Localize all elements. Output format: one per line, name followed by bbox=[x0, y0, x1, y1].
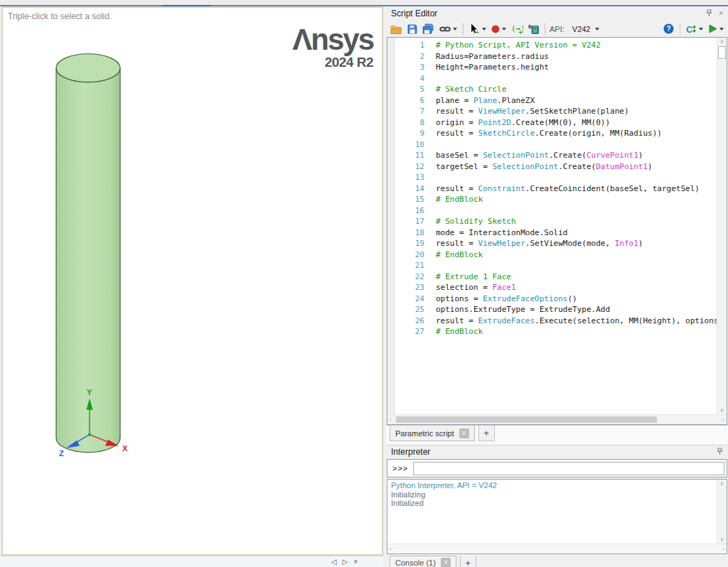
interpreter-output-box[interactable]: Python Interpreter, API = V242Initializi… bbox=[387, 479, 727, 554]
save-icon bbox=[407, 24, 417, 34]
output-horizontal-scrollbar[interactable]: ‹ › bbox=[387, 544, 727, 554]
code-line[interactable]: 26result = ExtrudeFaces.Execute(selectio… bbox=[395, 315, 717, 327]
code-line[interactable]: 25options.ExtrudeType = ExtrudeType.Add bbox=[395, 304, 717, 315]
code-line[interactable]: 13 bbox=[395, 172, 717, 183]
code-line[interactable]: 12targetSel = SelectionPoint.Create(Datu… bbox=[395, 161, 717, 173]
completion-options-button[interactable]: C bbox=[685, 23, 705, 34]
save-all-icon bbox=[422, 23, 434, 34]
breakpoint-margin[interactable] bbox=[387, 38, 395, 414]
code-line[interactable]: 6plane = Plane.PlaneZX bbox=[395, 95, 717, 107]
save-script-button[interactable] bbox=[406, 23, 419, 35]
chevron-down-icon bbox=[482, 28, 486, 31]
code-lines[interactable]: 1# Python Script, API Version = V2422Rad… bbox=[395, 38, 717, 414]
code-line[interactable]: 15# EndBlock bbox=[395, 194, 717, 205]
code-line[interactable]: 7result = ViewHelper.SetSketchPlane(plan… bbox=[395, 106, 717, 117]
svg-text:B: B bbox=[528, 24, 532, 29]
scroll-up-icon: ∧ bbox=[720, 38, 724, 45]
interpreter-output: Python Interpreter, API = V242Initializi… bbox=[387, 480, 717, 544]
ansys-logo-version: 2024 R2 bbox=[292, 55, 373, 70]
interpreter-output-line: Python Interpreter, API = V242 bbox=[391, 481, 713, 490]
code-line[interactable]: 14result = Constraint.CreateCoincident(b… bbox=[395, 183, 717, 195]
code-editor[interactable]: 1# Python Script, API Version = V2422Rad… bbox=[387, 37, 727, 425]
run-script-button[interactable] bbox=[707, 23, 725, 34]
add-tab-button[interactable]: + bbox=[460, 556, 476, 567]
interpreter-prompt: >>> bbox=[387, 464, 413, 472]
code-line[interactable]: 23selection = Face1 bbox=[395, 282, 717, 293]
main-content: Y X Z Triple-click to select a solid. Λn… bbox=[0, 6, 728, 567]
cursor-add-icon: + bbox=[469, 23, 480, 34]
scroll-left-icon: ‹ bbox=[390, 546, 392, 552]
code-line[interactable]: 17# Solidify Sketch bbox=[395, 216, 717, 227]
design-window-column: Y X Z Triple-click to select a solid. Λn… bbox=[0, 6, 383, 567]
interpreter-input[interactable] bbox=[413, 462, 724, 475]
code-line[interactable]: 11baseSel = SelectionPoint.Create(CurveP… bbox=[395, 150, 717, 161]
open-script-button[interactable] bbox=[389, 23, 404, 35]
tab-close-icon[interactable]: × bbox=[459, 428, 469, 438]
scene-canvas: Y X Z bbox=[3, 8, 382, 554]
x-axis-label: X bbox=[122, 444, 128, 453]
scroll-left-icon: ‹ bbox=[390, 416, 392, 423]
link-record-button[interactable] bbox=[438, 25, 459, 33]
code-line[interactable]: 20# EndBlock bbox=[395, 249, 717, 261]
scrollbar-thumb[interactable] bbox=[718, 46, 726, 59]
doc-nav-prev-icon[interactable]: ◁ bbox=[331, 558, 337, 566]
output-vertical-scrollbar[interactable]: ∧ ∨ bbox=[717, 480, 727, 544]
tab-close-icon[interactable]: × bbox=[441, 558, 451, 567]
code-line[interactable]: 19result = ViewHelper.SetViewMode(mode, … bbox=[395, 238, 717, 249]
insert-parameter-button[interactable]: (→) + bbox=[510, 23, 525, 36]
code-line[interactable]: 8origin = Point2D.Create(MM(0), MM(0)) bbox=[395, 117, 717, 129]
code-line[interactable]: 1# Python Script, API Version = V242 bbox=[395, 40, 717, 51]
add-selection-button[interactable]: + bbox=[468, 23, 488, 35]
code-line[interactable]: 22# Extrude 1 Face bbox=[395, 271, 717, 283]
interpreter-output-line: Initialized bbox=[391, 499, 713, 508]
doc-nav-next-icon[interactable]: ▷ bbox=[342, 558, 348, 566]
script-lock-button[interactable]: B bbox=[527, 23, 540, 35]
code-line[interactable]: 10 bbox=[395, 139, 717, 151]
3d-viewport[interactable]: Y X Z Triple-click to select a solid. Λn… bbox=[1, 6, 383, 556]
code-line[interactable]: 16 bbox=[395, 205, 717, 217]
pin-icon[interactable] bbox=[717, 448, 723, 457]
chevron-down-icon bbox=[595, 28, 599, 31]
help-button[interactable]: ? bbox=[662, 23, 675, 35]
scroll-down-icon: ∨ bbox=[720, 536, 724, 543]
script-editor-toolbar: + (→) + B bbox=[386, 21, 728, 37]
interpreter-output-line: Initializing bbox=[391, 490, 713, 500]
record-button[interactable] bbox=[490, 24, 508, 34]
code-completion-icon: C bbox=[686, 24, 697, 33]
api-version-dropdown[interactable]: V242 bbox=[567, 24, 601, 34]
code-vertical-scrollbar[interactable]: ∧ ∨ bbox=[717, 38, 727, 414]
chevron-down-icon bbox=[719, 28, 724, 31]
svg-text:+: + bbox=[519, 29, 523, 35]
code-line[interactable]: 9result = SketchCircle.Create(origin, MM… bbox=[395, 128, 717, 139]
z-axis-label: Z bbox=[59, 449, 64, 458]
script-editor-panel: Script Editor × bbox=[386, 6, 728, 567]
interpreter-prompt-row: >>> bbox=[387, 459, 727, 477]
doc-close-icon[interactable]: × bbox=[353, 558, 358, 566]
scroll-down-icon: ∨ bbox=[720, 407, 724, 414]
interpreter-header: Interpreter bbox=[386, 445, 728, 458]
tab-parametric-script[interactable]: Parametric script × bbox=[390, 426, 475, 441]
code-line[interactable]: 21 bbox=[395, 260, 717, 271]
pin-icon[interactable] bbox=[706, 9, 712, 18]
script-lock-icon: B bbox=[528, 23, 539, 34]
code-horizontal-scrollbar[interactable]: ‹ › bbox=[387, 414, 727, 424]
viewport-hint-text: Triple-click to select a solid. bbox=[8, 11, 112, 21]
add-tab-button[interactable]: + bbox=[478, 426, 495, 441]
code-line[interactable]: 18mode = InteractionMode.Solid bbox=[395, 227, 717, 239]
svg-text:+: + bbox=[476, 29, 479, 35]
scrollbar-thumb[interactable] bbox=[396, 416, 657, 423]
chevron-down-icon bbox=[502, 28, 506, 31]
save-script-as-button[interactable] bbox=[421, 23, 436, 35]
code-line[interactable]: 24options = ExtrudeFaceOptions() bbox=[395, 293, 717, 305]
code-line[interactable]: 2Radius=Parameters.radius bbox=[395, 51, 717, 63]
play-icon bbox=[708, 24, 717, 33]
tab-console[interactable]: Console (1) × bbox=[390, 556, 456, 567]
insert-parameter-icon: (→) + bbox=[511, 23, 523, 35]
code-line[interactable]: 5# Sketch Circle bbox=[395, 84, 717, 95]
close-icon[interactable]: × bbox=[719, 10, 723, 17]
ansys-logo-brand: Λnsys bbox=[292, 25, 373, 55]
code-line[interactable]: 4 bbox=[395, 73, 717, 85]
code-line[interactable]: 27# EndBlock bbox=[395, 326, 717, 338]
scroll-right-icon: › bbox=[722, 546, 724, 552]
code-line[interactable]: 3Height=Parameters.height bbox=[395, 62, 717, 73]
